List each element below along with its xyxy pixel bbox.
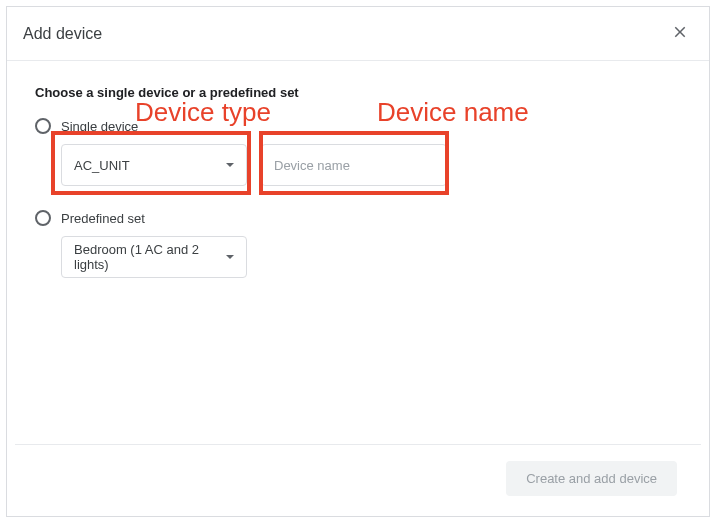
device-type-select[interactable]: AC_UNIT bbox=[61, 144, 247, 186]
predefined-select-value: Bedroom (1 AC and 2 lights) bbox=[74, 242, 226, 272]
predefined-controls: Bedroom (1 AC and 2 lights) bbox=[61, 236, 681, 278]
single-device-radio[interactable] bbox=[35, 118, 51, 134]
chevron-down-icon bbox=[226, 163, 234, 167]
create-add-device-button[interactable]: Create and add device bbox=[506, 461, 677, 496]
single-device-label: Single device bbox=[61, 119, 138, 134]
dialog-header: Add device bbox=[7, 7, 709, 61]
single-device-controls: AC_UNIT bbox=[61, 144, 681, 186]
device-name-input[interactable] bbox=[261, 144, 447, 186]
predefined-label: Predefined set bbox=[61, 211, 145, 226]
chevron-down-icon bbox=[226, 255, 234, 259]
predefined-option: Predefined set bbox=[35, 210, 681, 226]
single-device-option: Single device bbox=[35, 118, 681, 134]
close-icon bbox=[671, 23, 689, 44]
instruction-text: Choose a single device or a predefined s… bbox=[35, 85, 681, 100]
close-button[interactable] bbox=[667, 19, 693, 48]
device-type-value: AC_UNIT bbox=[74, 158, 226, 173]
add-device-dialog: Add device Choose a single device or a p… bbox=[6, 6, 710, 517]
predefined-select[interactable]: Bedroom (1 AC and 2 lights) bbox=[61, 236, 247, 278]
predefined-section: Predefined set Bedroom (1 AC and 2 light… bbox=[35, 210, 681, 278]
dialog-footer: Create and add device bbox=[15, 444, 701, 516]
predefined-radio[interactable] bbox=[35, 210, 51, 226]
dialog-content: Choose a single device or a predefined s… bbox=[7, 61, 709, 444]
dialog-title: Add device bbox=[23, 25, 102, 43]
